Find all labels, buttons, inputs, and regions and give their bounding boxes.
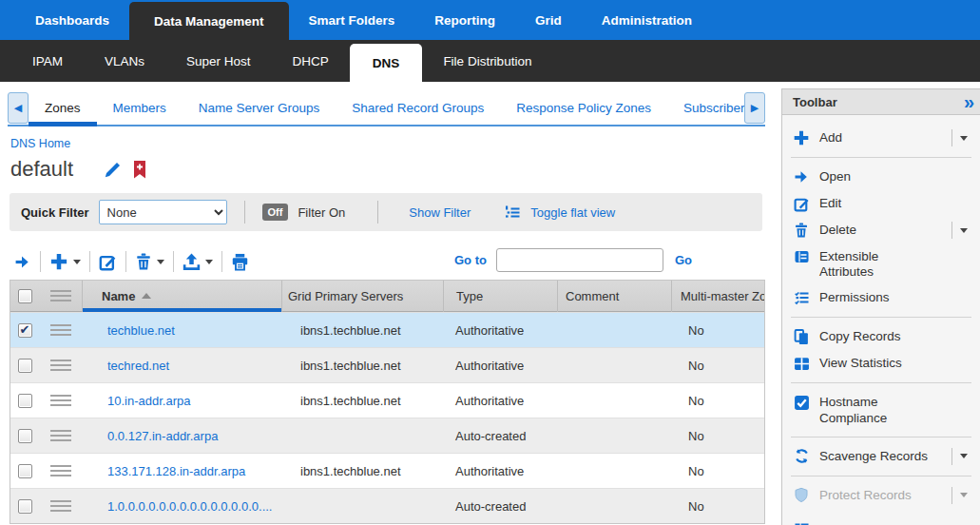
row-checkbox[interactable] bbox=[18, 464, 32, 478]
filter-off-toggle[interactable]: Off bbox=[262, 204, 289, 221]
table-row[interactable]: 133.171.128.in-addr.arpa ibns1.techblue.… bbox=[10, 453, 764, 488]
tab-members[interactable]: Members bbox=[97, 91, 183, 125]
toolbar-extensible-attributes-button[interactable]: Extensible Attributes bbox=[782, 243, 980, 284]
toolbar-open-button[interactable]: Open bbox=[782, 164, 980, 190]
toolbar-panel-title: Toolbar bbox=[793, 95, 964, 109]
subnav-item-ipam[interactable]: IPAM bbox=[11, 40, 84, 82]
table-row[interactable]: techblue.net ibns1.techblue.net Authorit… bbox=[10, 312, 764, 347]
add-button[interactable] bbox=[49, 252, 81, 271]
table-row[interactable]: techred.net ibns1.techblue.net Authorita… bbox=[10, 347, 764, 382]
bookmark-add-icon[interactable] bbox=[133, 161, 146, 179]
nav-item-smart-folders[interactable]: Smart Folders bbox=[289, 0, 415, 40]
sorted-column-underline bbox=[83, 308, 281, 312]
open-button[interactable] bbox=[13, 254, 31, 270]
table-row[interactable]: 1.0.0.0.0.0.0.0.0.0.0.0.0.0.0.... Auto-c… bbox=[10, 488, 764, 523]
quick-filter-select[interactable]: None bbox=[99, 200, 227, 224]
column-header-multi-master[interactable]: Multi-master Zo bbox=[671, 281, 764, 312]
delete-button[interactable] bbox=[135, 253, 164, 270]
divider bbox=[791, 437, 971, 438]
zone-link[interactable]: techblue.net bbox=[107, 323, 175, 338]
table-row[interactable]: 0.0.127.in-addr.arpa Auto-created No bbox=[10, 418, 764, 453]
row-checkbox[interactable] bbox=[18, 323, 32, 338]
subnav-item-vlans[interactable]: VLANs bbox=[84, 40, 165, 82]
column-header-comment[interactable]: Comment bbox=[557, 281, 671, 312]
zone-link[interactable]: 1.0.0.0.0.0.0.0.0.0.0.0.0.0.0.... bbox=[107, 499, 272, 514]
drag-handle[interactable] bbox=[50, 324, 71, 336]
zone-link[interactable]: 10.in-addr.arpa bbox=[107, 394, 190, 408]
goto-input[interactable] bbox=[496, 248, 663, 272]
drag-handle[interactable] bbox=[50, 500, 71, 512]
collapse-panel-icon[interactable]: » bbox=[964, 92, 972, 111]
edit-icon bbox=[99, 253, 117, 271]
zone-link[interactable]: techred.net bbox=[107, 359, 169, 373]
toolbar-item-label: Edit bbox=[819, 195, 841, 211]
scavenge-records-icon bbox=[793, 448, 810, 465]
caret-down-icon bbox=[157, 260, 164, 264]
cell-primary: ibns1.techblue.net bbox=[281, 464, 443, 478]
pencil-icon[interactable] bbox=[104, 161, 122, 179]
zone-link[interactable]: 0.0.127.in-addr.arpa bbox=[107, 429, 218, 443]
nav-item-data-management[interactable]: Data Management bbox=[129, 2, 289, 40]
toolbar-hostname-compliance-button[interactable]: Hostname Compliance bbox=[782, 389, 980, 430]
divider bbox=[791, 157, 971, 158]
print-button[interactable] bbox=[231, 253, 249, 271]
tab-scroll-left-button[interactable]: ◀ bbox=[8, 92, 29, 124]
toolbar-add-button[interactable]: Add bbox=[782, 125, 980, 151]
tab-zones[interactable]: Zones bbox=[29, 91, 97, 125]
table-row[interactable]: 10.in-addr.arpa ibns1.techblue.net Autho… bbox=[10, 382, 764, 418]
column-header-type[interactable]: Type bbox=[443, 281, 557, 312]
subnav-item-file-distribution[interactable]: File Distribution bbox=[422, 40, 552, 82]
toolbar-protect-records-button[interactable]: Protect Records bbox=[782, 482, 980, 509]
toolbar-edit-button[interactable]: Edit bbox=[782, 190, 980, 217]
toolbar-delete-button[interactable]: Delete bbox=[782, 217, 980, 243]
add-icon bbox=[793, 129, 810, 146]
toolbar-copy-records-button[interactable]: Copy Records bbox=[782, 323, 980, 350]
select-all-checkbox[interactable] bbox=[10, 289, 39, 303]
column-header-grid-primary-servers[interactable]: Grid Primary Servers bbox=[281, 281, 443, 312]
drag-handle[interactable] bbox=[50, 360, 71, 371]
toolbar-permissions-button[interactable]: Permissions bbox=[782, 284, 980, 311]
open-icon bbox=[13, 254, 31, 270]
tab-shared-record-groups[interactable]: Shared Record Groups bbox=[336, 91, 500, 125]
checkbox[interactable] bbox=[18, 289, 32, 303]
delete-dropdown[interactable] bbox=[951, 222, 974, 239]
export-button[interactable] bbox=[183, 253, 213, 271]
subnav-item-super-host[interactable]: Super Host bbox=[165, 40, 272, 82]
subnav-item-dhcp[interactable]: DHCP bbox=[272, 40, 350, 82]
row-checkbox[interactable] bbox=[18, 359, 32, 373]
toolbar-scavenge-records-button[interactable]: Scavenge Records bbox=[782, 443, 980, 470]
row-checkbox[interactable] bbox=[18, 499, 32, 514]
divider bbox=[221, 251, 222, 272]
row-checkbox[interactable] bbox=[18, 429, 32, 443]
nav-item-grid[interactable]: Grid bbox=[515, 0, 582, 40]
nav-item-administration[interactable]: Administration bbox=[582, 0, 712, 40]
add-dropdown[interactable] bbox=[951, 129, 974, 146]
cell-multimaster: No bbox=[671, 359, 764, 373]
cell-multimaster: No bbox=[671, 464, 764, 478]
cell-primary: ibns1.techblue.net bbox=[281, 323, 443, 338]
nav-item-dashboards[interactable]: Dashboards bbox=[15, 0, 129, 40]
edit-button[interactable] bbox=[99, 253, 117, 271]
toolbar-manage-dynamic-update-groups-button[interactable]: Manage Dynamic Update Groups bbox=[782, 516, 980, 525]
row-checkbox[interactable] bbox=[18, 394, 32, 408]
tab-scroll-right-button[interactable]: ▶ bbox=[744, 92, 765, 124]
subnav-item-dns[interactable]: DNS bbox=[350, 44, 423, 82]
goto-label: Go to bbox=[454, 253, 487, 267]
tab-name-server-groups[interactable]: Name Server Groups bbox=[183, 91, 336, 125]
nav-item-reporting[interactable]: Reporting bbox=[414, 0, 515, 40]
show-filter-link[interactable]: Show Filter bbox=[409, 205, 471, 220]
toolbar-view-statistics-button[interactable]: View Statistics bbox=[782, 350, 980, 377]
column-header-name[interactable]: Name bbox=[82, 281, 281, 312]
drag-handle[interactable] bbox=[50, 430, 71, 441]
divider bbox=[125, 251, 126, 272]
go-button[interactable]: Go bbox=[675, 253, 692, 267]
breadcrumb-dns-home[interactable]: DNS Home bbox=[10, 137, 70, 150]
toggle-flat-view-link[interactable]: Toggle flat view bbox=[530, 205, 615, 220]
view-statistics-icon bbox=[793, 355, 810, 372]
drag-handle[interactable] bbox=[50, 395, 71, 406]
scavenge-records-dropdown[interactable] bbox=[951, 448, 974, 465]
cell-type: Auto-created bbox=[443, 429, 557, 443]
zone-link[interactable]: 133.171.128.in-addr.arpa bbox=[107, 464, 245, 478]
drag-handle[interactable] bbox=[50, 465, 71, 476]
tab-response-policy-zones[interactable]: Response Policy Zones bbox=[500, 91, 667, 125]
